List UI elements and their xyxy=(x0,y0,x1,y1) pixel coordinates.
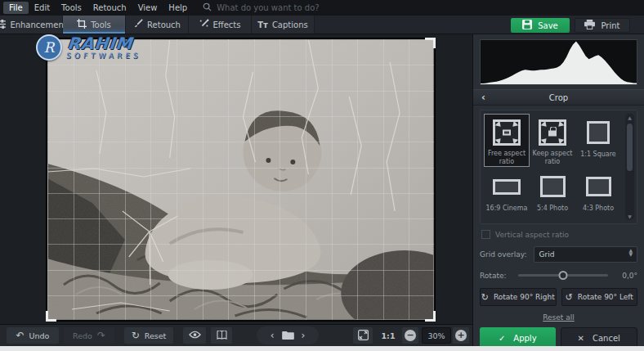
tab-label: Captions xyxy=(272,20,308,29)
editor-canvas: R RAHIM SOFTWARES xyxy=(0,34,472,324)
menu-tools[interactable]: Tools xyxy=(56,2,87,14)
show-original-button[interactable] xyxy=(183,327,206,344)
rotate-value: 0,0° xyxy=(616,272,637,280)
redo-button[interactable]: Redo ↷ xyxy=(64,327,114,344)
rotate-cw-icon: ↻ xyxy=(481,292,489,303)
undo-button[interactable]: ↶ Undo xyxy=(7,327,59,344)
free-aspect-icon xyxy=(493,119,521,146)
rotate-slider[interactable] xyxy=(518,271,609,280)
save-button[interactable]: Save xyxy=(511,18,570,33)
vertical-aspect-row: Vertical aspect ratio xyxy=(481,229,637,240)
eye-icon xyxy=(189,331,201,340)
zoom-out-button[interactable]: − xyxy=(402,327,418,344)
window-bottom-edge xyxy=(0,346,644,351)
menu-edit[interactable]: Edit xyxy=(29,2,56,14)
printer-icon xyxy=(584,20,595,31)
panel-title: Crop xyxy=(473,93,644,102)
vertical-aspect-label: Vertical aspect ratio xyxy=(495,231,569,239)
crop-handle-bottom-left[interactable] xyxy=(46,311,56,322)
folder-icon[interactable] xyxy=(282,331,294,341)
plus-icon: + xyxy=(455,330,467,341)
rotate-row: Rotate: 0,0° xyxy=(480,270,637,281)
print-button[interactable]: Print xyxy=(575,18,630,33)
zoom-in-button[interactable]: + xyxy=(453,327,469,344)
actual-size-button[interactable]: 1:1 xyxy=(378,327,399,344)
photo-crop-area[interactable] xyxy=(47,38,435,321)
tab-tools[interactable]: Tools xyxy=(63,16,126,34)
grid-overlay-label: Grid overlay: xyxy=(480,250,527,259)
redo-icon: ↷ xyxy=(97,331,105,340)
rotate-90-right-button[interactable]: ↻ Rotate 90° Right xyxy=(480,288,557,306)
undo-icon: ↶ xyxy=(16,331,25,340)
reset-button[interactable]: ↻ Reset xyxy=(124,327,173,344)
menu-bar: File Edit Tools Retouch View Help xyxy=(0,0,644,16)
crop-icon xyxy=(77,19,87,30)
fit-screen-icon xyxy=(358,330,369,342)
tab-effects[interactable]: Effects xyxy=(189,16,252,34)
search-icon xyxy=(203,2,212,13)
back-button[interactable]: ‹ xyxy=(481,92,485,103)
aspect-presets: Free aspect ratio Keep aspect ratio 1:1 … xyxy=(480,110,637,224)
menu-file[interactable]: File xyxy=(3,2,29,14)
menu-retouch[interactable]: Retouch xyxy=(87,2,132,14)
tab-label: Retouch xyxy=(147,20,181,29)
reset-all-link[interactable]: Reset all xyxy=(543,313,575,322)
tab-retouch[interactable]: Retouch xyxy=(126,16,189,34)
scrollbar-thumb[interactable] xyxy=(627,124,633,171)
crop-panel: ‹ Crop Free aspect ratio Keep aspect rat… xyxy=(472,34,644,346)
photo-5-4-icon xyxy=(540,176,566,197)
close-icon: ✕ xyxy=(578,334,584,343)
bottom-toolbar: ↶ Undo Redo ↷ ↻ Reset ‹ › 1:1 − 30% xyxy=(0,324,472,346)
crop-grid-overlay xyxy=(47,39,434,320)
tab-label: Tools xyxy=(91,20,111,29)
grid-overlay-row: Grid overlay: Grid ▲▼ xyxy=(480,246,637,263)
tab-captions[interactable]: Tт Captions xyxy=(252,16,315,34)
check-icon: ✓ xyxy=(499,334,505,343)
menu-view[interactable]: View xyxy=(132,2,163,14)
crop-handle-top-right[interactable] xyxy=(425,38,436,48)
photo-4-3-icon xyxy=(586,177,611,196)
zoom-level: 30% xyxy=(422,327,451,344)
sliders-icon xyxy=(0,20,6,30)
magic-wand-icon xyxy=(199,19,209,30)
reset-icon: ↻ xyxy=(132,331,140,340)
crop-handle-top-left[interactable] xyxy=(46,38,56,48)
photo-editor-window: File Edit Tools Retouch View Help Enhanc… xyxy=(0,0,644,351)
preset-5-4-photo[interactable]: 5:4 Photo xyxy=(530,168,575,221)
search-input[interactable] xyxy=(217,3,388,12)
preset-4-3-photo[interactable]: 4:3 Photo xyxy=(575,168,621,221)
rotate-slider-thumb[interactable] xyxy=(558,271,567,280)
preset-1-1-square[interactable]: 1:1 Square xyxy=(575,114,621,167)
spinner-arrows-icon[interactable]: ▲▼ xyxy=(628,248,633,256)
tab-label: Enhancement xyxy=(10,20,66,29)
tab-label: Effects xyxy=(213,20,241,29)
square-icon xyxy=(587,121,610,144)
histogram xyxy=(480,39,637,85)
preset-free-aspect-ratio[interactable]: Free aspect ratio xyxy=(484,114,530,167)
rotate-label: Rotate: xyxy=(480,272,507,280)
brush-icon xyxy=(133,19,143,30)
menu-help[interactable]: Help xyxy=(163,2,193,14)
crop-handle-bottom-right[interactable] xyxy=(425,311,436,322)
preset-16-9-cinema[interactable]: 16:9 Cinema xyxy=(484,168,530,221)
scroll-up-icon[interactable]: ▲ xyxy=(625,115,634,120)
cinema-ratio-icon xyxy=(493,179,521,195)
previous-photo-button[interactable]: ‹ xyxy=(271,330,275,341)
photo-navigation: ‹ › xyxy=(257,326,319,344)
text-icon: Tт xyxy=(257,20,268,29)
presets-scrollbar[interactable]: ▲ ▼ xyxy=(625,114,634,220)
scroll-down-icon[interactable]: ▼ xyxy=(625,214,634,219)
search-box xyxy=(203,2,388,13)
next-photo-button[interactable]: › xyxy=(302,330,306,341)
fit-to-screen-button[interactable] xyxy=(353,327,373,344)
vertical-aspect-checkbox[interactable] xyxy=(481,230,490,239)
preset-keep-aspect-ratio[interactable]: Keep aspect ratio xyxy=(530,114,575,167)
grid-overlay-select[interactable]: Grid ▲▼ xyxy=(534,246,637,263)
before-after-button[interactable] xyxy=(211,327,232,344)
panel-header: ‹ Crop xyxy=(473,89,644,106)
minus-icon: − xyxy=(405,330,416,341)
rotate-90-left-button[interactable]: ↺ Rotate 90° Left xyxy=(561,288,638,306)
compare-icon xyxy=(217,331,227,341)
floppy-icon xyxy=(522,20,532,31)
tab-enhancement[interactable]: Enhancement xyxy=(0,16,63,34)
